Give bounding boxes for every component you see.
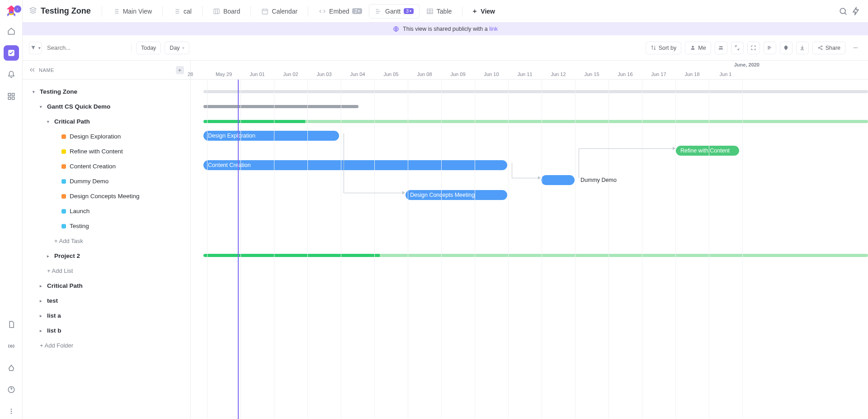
tree-task[interactable]: Launch <box>23 204 190 219</box>
badge: 3▾ <box>404 8 414 14</box>
task-bar-meeting[interactable]: Design Concepts Meeting <box>406 190 507 200</box>
dependency-line <box>579 148 579 178</box>
tab-cal[interactable]: cal <box>167 4 198 19</box>
search-icon[interactable] <box>837 5 849 17</box>
content-area: NAME ＋ ▾Testing Zone ▾Gantt CS Quick Dem… <box>23 61 868 419</box>
progress-bar[interactable] <box>203 120 868 123</box>
filter-button[interactable]: ▾ <box>29 42 42 54</box>
collapse-button[interactable] <box>731 42 744 54</box>
scale-dropdown[interactable]: Day▾ <box>165 42 189 54</box>
rail-more-icon[interactable] <box>4 404 19 419</box>
tab-main-view[interactable]: Main View <box>107 4 158 19</box>
summary-bar[interactable] <box>203 105 359 108</box>
tab-table[interactable]: Table <box>420 4 458 19</box>
table-icon <box>426 8 434 15</box>
divider <box>131 43 132 52</box>
sort-button[interactable]: Sort by <box>646 42 682 54</box>
grid-line <box>441 80 442 419</box>
rail-notifications-icon[interactable] <box>4 67 19 82</box>
day-header-cell: Jun 02 <box>274 69 307 79</box>
svg-point-21 <box>854 48 854 48</box>
grid-line <box>374 80 375 419</box>
space-name: Testing Zone <box>41 6 91 16</box>
rail-goals-icon[interactable] <box>4 360 19 376</box>
color-button[interactable] <box>780 42 793 54</box>
tree-task[interactable]: Content Creation <box>23 159 190 174</box>
tab-gantt[interactable]: Gantt3▾ <box>369 4 420 19</box>
day-header-cell: Jun 18 <box>675 69 709 79</box>
progress-bar[interactable] <box>203 254 868 257</box>
tab-calendar[interactable]: Calendar <box>255 4 303 19</box>
add-view-button[interactable]: ＋View <box>467 5 500 18</box>
grid-line <box>542 80 542 419</box>
svg-rect-2 <box>12 93 14 95</box>
tree-task[interactable]: Dummy Demo <box>23 174 190 189</box>
rail-dashboards-icon[interactable] <box>4 89 19 104</box>
gantt-row: Content Creation <box>191 158 868 173</box>
rail-docs-icon[interactable] <box>4 317 19 332</box>
task-bar-dummy[interactable] <box>541 175 575 185</box>
rail-help-icon[interactable] <box>4 382 19 397</box>
divider <box>162 6 163 16</box>
svg-point-15 <box>692 46 694 48</box>
today-line <box>238 80 239 419</box>
share-button[interactable]: Share <box>812 42 845 54</box>
svg-rect-4 <box>12 97 14 100</box>
divider <box>250 6 251 16</box>
task-bar-design-exploration[interactable]: Design Exploration <box>203 131 339 141</box>
svg-point-13 <box>840 8 845 14</box>
calendar-icon <box>261 8 269 15</box>
fullscreen-button[interactable] <box>747 42 760 54</box>
dependency-arrow-icon <box>673 147 675 150</box>
search-input[interactable] <box>45 42 127 54</box>
tree-list[interactable]: ▾Critical Path <box>23 114 190 129</box>
task-sidebar: NAME ＋ ▾Testing Zone ▾Gantt CS Quick Dem… <box>23 61 191 419</box>
gantt-row: Dummy Demo <box>191 173 868 188</box>
collapse-icon[interactable] <box>29 67 35 73</box>
summary-bar[interactable] <box>203 90 868 93</box>
tree-folder[interactable]: ▸list b <box>23 323 190 338</box>
banner-link[interactable]: link <box>489 26 498 32</box>
space-title[interactable]: Testing Zone <box>29 6 91 16</box>
banner-text: This view is shared publicly with a link <box>403 26 498 32</box>
dependency-line <box>579 148 673 149</box>
settings-gantt-button[interactable] <box>764 42 776 54</box>
me-button[interactable]: Me <box>685 42 711 54</box>
add-folder-link[interactable]: + Add Folder <box>23 338 190 353</box>
add-list-link[interactable]: + Add List <box>23 263 190 278</box>
tree-list[interactable]: ▸Project 2 <box>23 248 190 263</box>
download-button[interactable] <box>796 42 809 54</box>
tree-task[interactable]: Design Exploration <box>23 129 190 144</box>
day-header-cell: May 29 <box>207 69 241 79</box>
gantt-chart[interactable]: June, 2020 28May 29Jun 01Jun 02Jun 03Jun… <box>191 61 868 419</box>
automation-icon[interactable] <box>850 5 862 17</box>
tree-folder[interactable]: ▾Gantt CS Quick Demo <box>23 99 190 114</box>
today-button[interactable]: Today <box>136 42 161 54</box>
tree-folder[interactable]: ▸Critical Path <box>23 278 190 293</box>
dependency-line <box>512 163 512 178</box>
gantt-body[interactable]: Today Design Explora <box>191 80 868 419</box>
rail-home-icon[interactable] <box>4 24 19 39</box>
tree-task[interactable]: Refine with Content <box>23 144 190 159</box>
tree-space[interactable]: ▾Testing Zone <box>23 84 190 99</box>
assignees-button[interactable] <box>715 42 727 54</box>
expand-sidebar-icon[interactable]: › <box>14 5 21 13</box>
tree-folder[interactable]: ▸test <box>23 293 190 308</box>
rail-pulse-icon[interactable] <box>4 338 19 354</box>
more-button[interactable] <box>849 42 862 54</box>
task-bar-refine[interactable]: Refine with Content <box>676 146 739 156</box>
grid-line <box>408 80 408 419</box>
add-task-link[interactable]: + Add Task <box>23 233 190 248</box>
task-bar-content-creation[interactable]: Content Creation <box>203 160 507 170</box>
tree-task[interactable]: Testing <box>23 219 190 233</box>
tab-embed[interactable]: Embed2▾ <box>313 4 368 19</box>
caret-right-icon: ▸ <box>45 254 51 258</box>
tab-board[interactable]: Board <box>207 4 246 19</box>
day-header-cell: Jun 16 <box>609 69 642 79</box>
svg-point-20 <box>821 49 822 50</box>
rail-tasks-icon[interactable] <box>4 45 19 61</box>
main-column: Testing Zone Main View cal Board Calenda… <box>23 0 868 419</box>
tree-task[interactable]: Design Concepts Meeting <box>23 189 190 204</box>
tree-folder[interactable]: ▸list a <box>23 308 190 323</box>
app-logo[interactable]: › <box>5 5 18 17</box>
